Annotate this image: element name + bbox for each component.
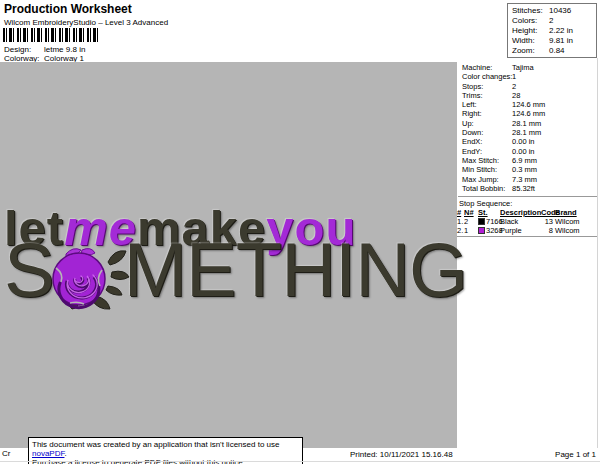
col-header-brand: Brand (555, 208, 597, 217)
machine-row: Trims:28 (462, 91, 545, 100)
rose-icon (48, 246, 134, 310)
app-subtitle: Wilcom EmbroideryStudio – Level 3 Advanc… (4, 18, 168, 27)
production-worksheet-page: Production Worksheet Wilcom EmbroiderySt… (0, 0, 600, 464)
machine-info-panel: Machine:Tajima Color changes:1 Stops:2 T… (462, 63, 545, 193)
seq-row2-description: Purple (500, 226, 541, 235)
page-bottom-border (0, 461, 600, 462)
page-right-border (597, 58, 598, 448)
thread-swatch-black (478, 218, 485, 225)
design-barcode (3, 28, 101, 42)
col-header-description: Description (500, 208, 541, 217)
panel-separator (458, 196, 597, 197)
design-word-mething: METHING (124, 227, 467, 312)
machine-row: Up:28.1 mm (462, 119, 545, 128)
design-label: Design: (4, 45, 44, 54)
seq-row1-brand: Wilcom (555, 217, 597, 226)
seq-row1-code: 13 (541, 217, 555, 226)
design-name-row: Design:letme 9.8 in (4, 45, 85, 54)
seq-row1-description: Black (500, 217, 541, 226)
seq-row1-num: 1. (457, 217, 464, 226)
seq-row1-needle: 2 (464, 217, 478, 226)
machine-row: Right:124.6 mm (462, 109, 545, 118)
seq-row2-num: 2. (457, 226, 464, 235)
thread-swatch-purple (478, 227, 485, 234)
design-canvas: letmemakeyou SMETHING (0, 62, 457, 448)
notice-text-period: . (64, 449, 66, 458)
design-summary-box: Stitches:10436 Colors:2 Height:2.22 in W… (507, 3, 597, 58)
col-header-needle: N# (464, 208, 478, 217)
machine-row: Machine:Tajima (462, 63, 545, 72)
col-header-stitch: St. (478, 208, 500, 217)
license-notice-box: This document was created by an applicat… (28, 437, 303, 464)
novapdf-link[interactable]: novaPDF (32, 449, 64, 458)
seq-row2-code: 8 (541, 226, 555, 235)
machine-row: Left:124.6 mm (462, 100, 545, 109)
machine-row: Color changes:1 (462, 72, 545, 81)
seq-row2-brand: Wilcom (555, 226, 597, 235)
seq-row2-needle: 1 (464, 226, 478, 235)
design-letter-s: S (4, 227, 54, 312)
summary-row-zoom: Zoom:0.84 (512, 46, 596, 56)
seq-row2-stitch: 3268 (478, 226, 500, 235)
summary-row-width: Width:9.81 in (512, 36, 596, 46)
col-header-code: Code (541, 208, 555, 217)
machine-row: EndX:0.00 in (462, 137, 545, 146)
design-text-line2: SMETHING (4, 232, 467, 308)
machine-row: Down:28.1 mm (462, 128, 545, 137)
notice-text-1: This document was created by an applicat… (32, 440, 279, 449)
design-value: letme 9.8 in (44, 45, 85, 54)
seq-row1-stitch: 7166 (478, 217, 500, 226)
footer-page-number: Page 1 of 1 (555, 450, 596, 459)
machine-row: Stops:2 (462, 82, 545, 91)
stop-sequence-table: # N# St. Description Code Brand 1. 2 716… (457, 208, 597, 237)
summary-row-stitches: Stitches:10436 (512, 6, 596, 16)
summary-row-colors: Colors:2 (512, 16, 596, 26)
machine-row: Max Jump:7.3 mm (462, 175, 545, 184)
footer-printed-timestamp: Printed: 10/11/2021 15.16.48 (350, 450, 453, 459)
footer-partial-text: Cr (2, 449, 10, 458)
machine-row: Total Bobbin:85.32ft (462, 184, 545, 193)
page-title: Production Worksheet (4, 2, 132, 16)
stop-sequence-title: Stop Sequence: (459, 199, 512, 208)
col-header-num: # (457, 208, 464, 217)
machine-row: Max Stitch:6.9 mm (462, 156, 545, 165)
machine-row: Min Stitch:0.3 mm (462, 165, 545, 174)
machine-row: EndY:0.00 in (462, 147, 545, 156)
summary-row-height: Height:2.22 in (512, 26, 596, 36)
